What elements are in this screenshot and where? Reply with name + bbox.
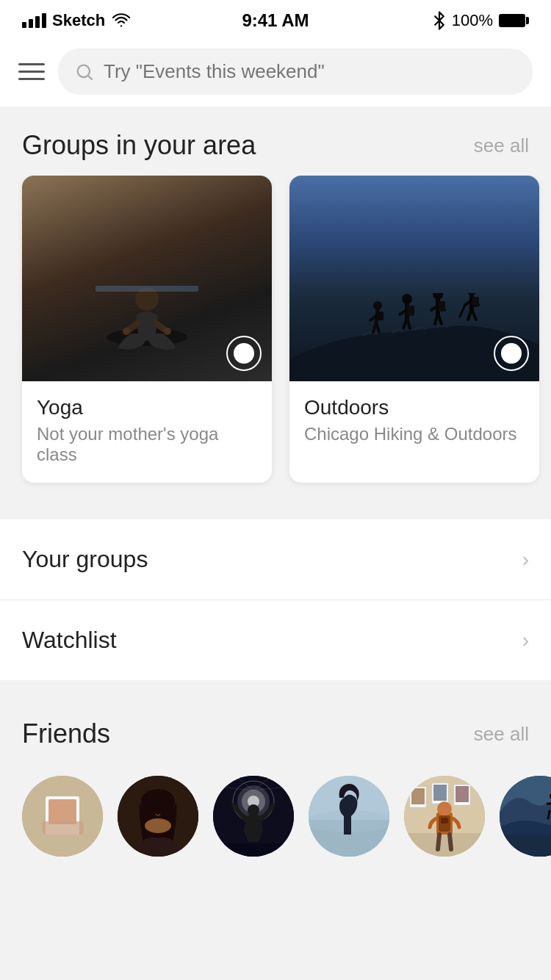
yoga-card-image — [22, 176, 272, 381]
svg-point-26 — [149, 807, 155, 812]
svg-rect-12 — [408, 306, 414, 316]
groups-see-all[interactable]: see all — [474, 134, 529, 157]
status-right: 100% — [433, 11, 529, 30]
your-groups-chevron: › — [522, 548, 529, 572]
groups-scroll: Yoga Not your mother's yoga class — [0, 176, 551, 505]
watchlist-label: Watchlist — [22, 627, 117, 654]
avatar-6-image — [500, 776, 551, 857]
bluetooth-icon — [433, 11, 446, 30]
avatar-4-image — [309, 776, 389, 857]
search-input[interactable] — [104, 60, 516, 83]
watchlist-chevron: › — [522, 629, 529, 652]
yoga-group-name: Yoga — [37, 396, 257, 419]
svg-point-34 — [248, 804, 259, 816]
carrier-name: Sketch — [52, 11, 105, 30]
groups-title: Groups in your area — [22, 130, 256, 161]
svg-rect-43 — [433, 785, 447, 801]
svg-rect-14 — [439, 301, 445, 311]
friend-avatar-3[interactable] — [213, 776, 294, 857]
your-groups-item[interactable]: Your groups › — [0, 519, 551, 600]
yoga-group-desc: Not your mother's yoga class — [37, 424, 257, 465]
outdoors-card-image — [289, 176, 539, 381]
yoga-join-button[interactable] — [226, 336, 262, 371]
outdoors-join-button[interactable] — [494, 336, 529, 371]
avatar-1-image — [22, 776, 103, 857]
svg-rect-16 — [472, 297, 479, 307]
avatar-2-image — [118, 776, 198, 857]
svg-point-48 — [437, 801, 452, 816]
nav-list: Your groups › Watchlist › — [0, 519, 551, 680]
outdoors-group-desc: Chicago Hiking & Outdoors — [304, 424, 525, 444]
svg-rect-50 — [441, 818, 448, 824]
battery-icon — [499, 14, 529, 27]
signal-bars — [22, 13, 46, 28]
friends-header: Friends see all — [0, 695, 551, 764]
status-time: 9:41 AM — [242, 10, 309, 31]
yoga-silhouette — [96, 249, 198, 367]
friends-title: Friends — [22, 718, 110, 749]
groups-section-header: Groups in your area see all — [0, 107, 551, 176]
friends-section: Friends see all — [0, 695, 551, 898]
friends-see-all[interactable]: see all — [474, 723, 529, 746]
search-bar[interactable] — [58, 48, 533, 95]
svg-rect-35 — [213, 843, 294, 857]
svg-point-4 — [164, 328, 171, 335]
group-card-outdoors: Outdoors Chicago Hiking & Outdoors — [289, 176, 539, 483]
friend-avatar-4[interactable] — [309, 776, 389, 857]
svg-rect-5 — [96, 286, 198, 292]
svg-rect-22 — [48, 799, 76, 824]
main-content: Groups in your area see all — [0, 107, 551, 898]
avatar-5-image — [404, 776, 485, 857]
friend-avatar-1[interactable] — [22, 776, 103, 857]
svg-point-27 — [161, 807, 167, 812]
svg-point-3 — [123, 328, 130, 335]
avatar-3-image — [213, 776, 294, 857]
status-left: Sketch — [22, 11, 132, 30]
your-groups-label: Your groups — [22, 546, 148, 573]
friend-avatar-5[interactable] — [404, 776, 485, 857]
svg-rect-52 — [500, 835, 551, 857]
friends-scroll — [0, 764, 551, 868]
yoga-card-info: Yoga Not your mother's yoga class — [22, 381, 272, 483]
group-card-yoga: Yoga Not your mother's yoga class — [22, 176, 272, 483]
svg-rect-45 — [455, 786, 469, 802]
wifi-icon — [111, 13, 132, 28]
outdoors-group-name: Outdoors — [304, 396, 525, 419]
header — [0, 37, 551, 107]
svg-rect-41 — [411, 788, 425, 804]
battery-percent: 100% — [452, 11, 493, 30]
svg-rect-46 — [404, 833, 485, 857]
status-bar: Sketch 9:41 AM 100% — [0, 0, 551, 37]
friend-avatar-2[interactable] — [118, 776, 198, 857]
outdoors-card-info: Outdoors Chicago Hiking & Outdoors — [289, 381, 539, 462]
watchlist-item[interactable]: Watchlist › — [0, 600, 551, 680]
svg-rect-10 — [378, 311, 383, 320]
svg-point-28 — [145, 818, 171, 833]
friend-avatar-6[interactable] — [500, 776, 551, 857]
search-icon — [74, 62, 95, 82]
menu-button[interactable] — [18, 63, 45, 80]
